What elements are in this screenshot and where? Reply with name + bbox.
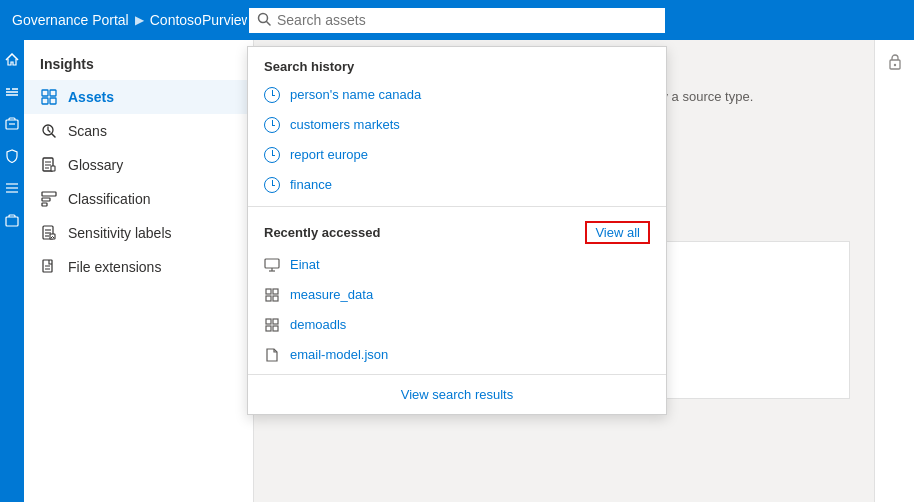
history-text-2: customers markets	[290, 117, 400, 132]
recent-item-4[interactable]: email-model.json	[248, 340, 666, 370]
svg-rect-12	[273, 326, 278, 331]
history-text-1: person's name canada	[290, 87, 421, 102]
nav-list-icon[interactable]	[2, 178, 22, 198]
sidebar-assets-label: Assets	[68, 89, 114, 105]
svg-point-43	[893, 64, 895, 66]
svg-rect-7	[266, 296, 271, 301]
recently-accessed-label: Recently accessed	[264, 225, 380, 240]
svg-rect-32	[42, 198, 50, 201]
search-container: Search history person's name canada cust…	[247, 6, 667, 35]
recent-text-2: measure_data	[290, 287, 373, 302]
svg-line-28	[52, 134, 55, 137]
grid-icon-1	[264, 287, 280, 303]
sidebar-item-sensitivity[interactable]: Sensitivity labels	[24, 216, 253, 250]
scans-icon	[40, 122, 58, 140]
sidebar-item-fileext[interactable]: File extensions	[24, 250, 253, 284]
nav-catalog-icon[interactable]	[2, 114, 22, 134]
history-icon-2	[264, 117, 280, 133]
fileext-icon	[40, 258, 58, 276]
svg-rect-6	[273, 289, 278, 294]
svg-rect-23	[42, 90, 48, 96]
sidebar-item-glossary[interactable]: Glossary	[24, 148, 253, 182]
svg-rect-2	[265, 259, 279, 268]
search-input[interactable]	[277, 12, 657, 28]
svg-rect-9	[266, 319, 271, 324]
sidebar-glossary-label: Glossary	[68, 157, 123, 173]
portal-name: Governance Portal	[12, 12, 129, 28]
recent-text-4: email-model.json	[290, 347, 388, 362]
svg-rect-11	[266, 326, 271, 331]
search-history-label: Search history	[248, 47, 666, 80]
svg-rect-25	[42, 98, 48, 104]
assets-icon	[40, 88, 58, 106]
svg-line-1	[267, 21, 271, 25]
sidebar-item-scans[interactable]: Scans	[24, 114, 253, 148]
history-item-4[interactable]: finance	[248, 170, 666, 200]
svg-rect-33	[42, 203, 47, 206]
breadcrumb-arrow: ▶	[135, 13, 144, 27]
recent-item-1[interactable]: Einat	[248, 250, 666, 280]
history-text-3: report europe	[290, 147, 368, 162]
history-icon-4	[264, 177, 280, 193]
sidebar-fileext-label: File extensions	[68, 259, 161, 275]
history-item-1[interactable]: person's name canada	[248, 80, 666, 110]
nav-home-icon[interactable]	[2, 50, 22, 70]
nav-expand-icon[interactable]	[2, 82, 22, 102]
search-dropdown: Search history person's name canada cust…	[247, 46, 667, 415]
right-panel	[874, 40, 914, 502]
view-search-results-link[interactable]: View search results	[248, 374, 666, 414]
icon-bar	[0, 40, 24, 502]
file-icon	[264, 347, 280, 363]
history-text-4: finance	[290, 177, 332, 192]
search-input-wrapper[interactable]	[247, 6, 667, 35]
history-item-2[interactable]: customers markets	[248, 110, 666, 140]
sidebar: Insights Assets Scans	[24, 40, 254, 502]
svg-rect-10	[273, 319, 278, 324]
sidebar-classification-label: Classification	[68, 191, 150, 207]
svg-rect-24	[50, 90, 56, 96]
recent-item-3[interactable]: demoadls	[248, 310, 666, 340]
recent-item-2[interactable]: measure_data	[248, 280, 666, 310]
sidebar-item-classification[interactable]: Classification	[24, 182, 253, 216]
glossary-icon	[40, 156, 58, 174]
history-item-3[interactable]: report europe	[248, 140, 666, 170]
svg-rect-22	[6, 217, 18, 226]
history-icon-3	[264, 147, 280, 163]
classification-icon	[40, 190, 58, 208]
sidebar-scans-label: Scans	[68, 123, 107, 139]
grid-icon-2	[264, 317, 280, 333]
view-all-button[interactable]: View all	[585, 221, 650, 244]
sidebar-item-assets[interactable]: Assets	[24, 80, 253, 114]
app-name: ContosoPurview	[150, 12, 252, 28]
svg-rect-30	[51, 166, 55, 171]
nav-shield-icon[interactable]	[2, 146, 22, 166]
svg-rect-31	[42, 192, 56, 196]
sensitivity-icon	[40, 224, 58, 242]
sidebar-sensitivity-label: Sensitivity labels	[68, 225, 172, 241]
recent-text-3: demoadls	[290, 317, 346, 332]
svg-rect-8	[273, 296, 278, 301]
history-icon-1	[264, 87, 280, 103]
svg-rect-5	[266, 289, 271, 294]
lock-icon[interactable]	[888, 52, 902, 74]
sidebar-header: Insights	[24, 52, 253, 80]
svg-rect-26	[50, 98, 56, 104]
nav-briefcase-icon[interactable]	[2, 210, 22, 230]
top-nav: Governance Portal ▶ ContosoPurview Searc…	[0, 0, 914, 40]
recent-text-1: Einat	[290, 257, 320, 272]
recently-accessed-header: Recently accessed View all	[248, 213, 666, 250]
nav-title: Governance Portal ▶ ContosoPurview	[12, 12, 252, 28]
dropdown-divider	[248, 206, 666, 207]
search-icon	[257, 12, 271, 29]
monitor-icon	[264, 257, 280, 273]
